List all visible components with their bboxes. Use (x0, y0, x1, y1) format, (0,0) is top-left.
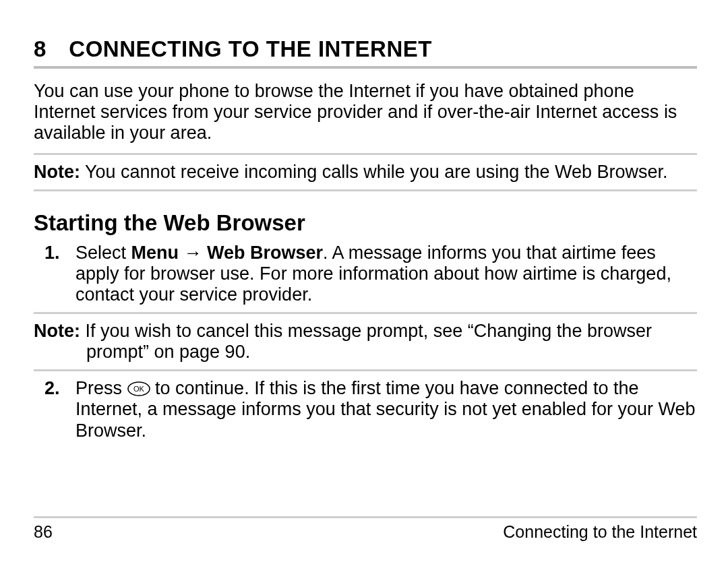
footer-rule (34, 516, 697, 518)
chapter-rule (34, 66, 697, 69)
chapter-number: 8 (34, 36, 46, 62)
step1-prefix: Select (75, 243, 131, 263)
section-heading: Starting the Web Browser (34, 210, 697, 236)
step2-prefix: Press (75, 378, 127, 398)
menu-item-menu: Menu (131, 243, 179, 263)
svg-text:OK: OK (133, 385, 145, 393)
document-page: 8 CONNECTING TO THE INTERNET You can use… (0, 0, 728, 562)
chapter-title: CONNECTING TO THE INTERNET (69, 36, 432, 62)
step-1: Select Menu → Web Browser. A message inf… (34, 243, 697, 305)
note-block-1: Note: You cannot receive incoming calls … (34, 162, 697, 183)
step2-suffix: to continue. If this is the first time y… (75, 378, 695, 440)
page-footer: 86 Connecting to the Internet (34, 516, 697, 542)
steps-list: Select Menu → Web Browser. A message inf… (34, 243, 697, 305)
intro-paragraph: You can use your phone to browse the Int… (34, 81, 697, 144)
chapter-heading: 8 CONNECTING TO THE INTERNET (34, 36, 697, 62)
steps-list-2: Press OK to continue. If this is the fir… (34, 378, 697, 441)
note-label: Note: (34, 321, 80, 341)
page-number: 86 (34, 522, 53, 542)
note-top-rule (34, 153, 697, 155)
step-2: Press OK to continue. If this is the fir… (34, 378, 697, 441)
note2-top-rule (34, 312, 697, 314)
note-bottom-rule (34, 189, 697, 191)
note-text: If you wish to cancel this message promp… (86, 321, 652, 362)
note-label: Note: (34, 162, 80, 182)
note2-bottom-rule (34, 369, 697, 371)
arrow-icon: → (179, 243, 207, 263)
menu-item-web-browser: Web Browser (207, 243, 323, 263)
footer-title: Connecting to the Internet (503, 522, 697, 542)
note-text: You cannot receive incoming calls while … (85, 162, 667, 182)
note-block-2: Note: If you wish to cancel this message… (34, 321, 697, 363)
ok-key-icon: OK (127, 381, 150, 396)
